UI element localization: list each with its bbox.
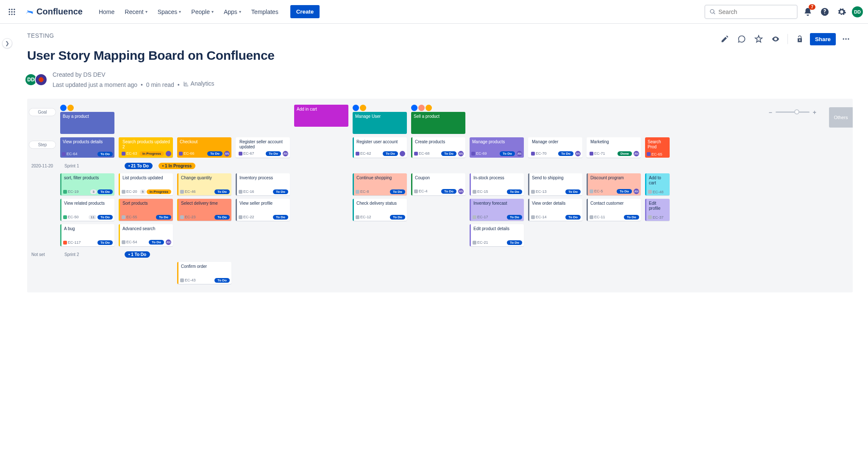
story-card[interactable]: Add to cartEC-48: [645, 173, 670, 195]
sprint-header: 2020-11-20Sprint 1• 21 To Do• 1 In Progr…: [29, 159, 851, 172]
story-card[interactable]: View related productsEC-5011To Do: [60, 199, 114, 221]
svg-point-1: [11, 8, 12, 10]
story-card[interactable]: Change quantityEC-46To Do: [177, 173, 231, 195]
star-icon[interactable]: [752, 32, 765, 46]
story-card[interactable]: Sort productsEC-55To Do: [119, 199, 173, 221]
created-by-label: Created by: [53, 71, 83, 78]
lane-label-goal: Goal: [29, 108, 56, 116]
svg-point-2: [14, 8, 15, 10]
story-card[interactable]: CouponEC-4To DoAN: [411, 173, 465, 195]
story-card[interactable]: View order detailsEC-14To Do: [528, 199, 582, 221]
story-card[interactable]: Contact customerEC-11To Do: [587, 199, 641, 221]
nav-home[interactable]: Home: [95, 6, 119, 18]
step-card[interactable]: Register user accountEC-62To Do: [353, 137, 407, 158]
svg-point-9: [843, 38, 844, 39]
story-map-board: – + Others Goal Buy a productAdd in cart…: [27, 99, 853, 292]
goal-card[interactable]: Sell a product: [411, 112, 465, 134]
step-card[interactable]: Search products updated 2EC-63In Progres…: [119, 137, 173, 158]
nav-spaces[interactable]: Spaces▾: [153, 6, 186, 18]
svg-point-8: [14, 14, 15, 15]
story-card[interactable]: Select delivery timeEC-23To Do: [177, 199, 231, 221]
page: TESTING Share User Story Mapping Board o…: [0, 24, 868, 309]
persona-icon: [360, 105, 366, 111]
help-icon[interactable]: [818, 5, 832, 19]
create-button[interactable]: Create: [290, 5, 320, 18]
step-card[interactable]: Search ProdEC-65: [645, 137, 670, 158]
goal-card[interactable]: Add in cart: [294, 105, 348, 127]
svg-point-6: [9, 14, 10, 15]
assignee-avatar: [166, 151, 171, 156]
nav-apps[interactable]: Apps▾: [220, 6, 245, 18]
app-switcher-icon[interactable]: [5, 5, 19, 19]
story-card[interactable]: Inventory forecastEC-17To Do: [470, 199, 524, 221]
confluence-icon: [25, 7, 35, 17]
nav-templates[interactable]: Templates: [247, 6, 283, 18]
assignee-avatar: AN: [224, 151, 230, 156]
author-avatar-2[interactable]: [35, 73, 47, 86]
step-card[interactable]: MarketingEC-71DoneAN: [587, 137, 641, 158]
goal-card[interactable]: Buy a product: [60, 112, 114, 134]
read-time: 0 min read: [146, 81, 174, 88]
persona-icon: [67, 105, 74, 111]
others-column[interactable]: Others: [829, 107, 853, 128]
step-card[interactable]: Manage orderEC-70To DoAN: [528, 137, 582, 158]
notifications-icon[interactable]: 7: [801, 5, 815, 19]
product-name: Confluence: [36, 7, 83, 17]
zoom-slider[interactable]: [776, 111, 810, 113]
chevron-down-icon: ▾: [239, 9, 241, 14]
step-card[interactable]: Register seller account updatedEC-67To D…: [236, 137, 290, 158]
step-card[interactable]: Manage productsEC-69To DoAN: [470, 137, 524, 158]
story-card[interactable]: sort, filter productsEC-193To Do: [60, 173, 114, 195]
persona-icon: [418, 105, 425, 111]
more-actions-icon[interactable]: [839, 32, 853, 46]
sprint-date: 2020-11-20: [31, 164, 58, 168]
edit-icon[interactable]: [718, 32, 732, 46]
assignee-avatar: AN: [575, 151, 581, 156]
story-card[interactable]: A bugEC-117To Do: [60, 224, 114, 246]
page-title: User Story Mapping Board on Confluence: [27, 48, 853, 63]
story-card[interactable]: Send to shippingEC-13To Do: [528, 173, 582, 195]
watch-icon[interactable]: [769, 32, 782, 46]
zoom-in-icon[interactable]: +: [813, 109, 816, 116]
nav-people[interactable]: People▾: [187, 6, 218, 18]
assignee-avatar: [400, 151, 405, 156]
story-card[interactable]: Edit profileEC-37: [645, 199, 670, 221]
story-card[interactable]: Discount programEC-5To DoAN: [587, 173, 641, 195]
step-card[interactable]: View products detailsEC-64To Do: [60, 137, 114, 158]
story-card[interactable]: In-stock processEC-15To Do: [470, 173, 524, 195]
comment-icon[interactable]: [735, 32, 748, 46]
story-card[interactable]: View seller profileEC-22To Do: [236, 199, 290, 221]
goal-lane: Goal Buy a productAdd in cartManage User…: [29, 103, 851, 136]
step-lane: Step View products detailsEC-64To DoSear…: [29, 136, 851, 159]
step-card[interactable]: Create productsEC-68To DoAN: [411, 137, 465, 158]
search-box[interactable]: [704, 5, 798, 19]
zoom-control: – +: [769, 109, 816, 116]
confluence-logo[interactable]: Confluence: [22, 7, 86, 17]
step-card[interactable]: CheckoutEC-66To DoAN: [177, 137, 231, 158]
sprint-name: Sprint 1: [64, 164, 119, 168]
story-card[interactable]: Edit product detailsEC-21To Do: [470, 224, 524, 246]
assignee-avatar: AN: [634, 151, 639, 156]
story-card[interactable]: Advanced searchEC-54To DoAN: [119, 224, 173, 246]
nav-recent[interactable]: Recent▾: [120, 6, 151, 18]
story-card[interactable]: List products updatedEC-205In Progress: [119, 173, 173, 195]
settings-icon[interactable]: [835, 5, 849, 19]
story-card[interactable]: Confirm orderEC-43To Do: [177, 262, 231, 284]
goal-card[interactable]: Manage User: [353, 112, 407, 134]
profile-avatar[interactable]: DD: [852, 6, 863, 17]
restrictions-icon[interactable]: [793, 32, 807, 46]
svg-point-10: [845, 38, 846, 39]
story-card[interactable]: Inventory processEC-16To Do: [236, 173, 290, 195]
story-card[interactable]: Check delivery statusEC-12To Do: [353, 199, 407, 221]
assignee-avatar: AN: [634, 189, 639, 194]
story-card[interactable]: Continue shoppingEC-8To Do: [353, 173, 407, 195]
sprint-pill: • 21 To Do: [125, 163, 153, 169]
zoom-out-icon[interactable]: –: [769, 109, 772, 116]
svg-point-5: [14, 11, 15, 12]
author-name[interactable]: DS DEV: [83, 71, 105, 78]
top-nav: Confluence HomeRecent▾Spaces▾People▾Apps…: [0, 0, 868, 24]
search-input[interactable]: [718, 8, 793, 15]
share-button[interactable]: Share: [810, 33, 836, 45]
analytics-icon: [183, 81, 189, 87]
analytics-link[interactable]: Analytics: [183, 79, 214, 88]
